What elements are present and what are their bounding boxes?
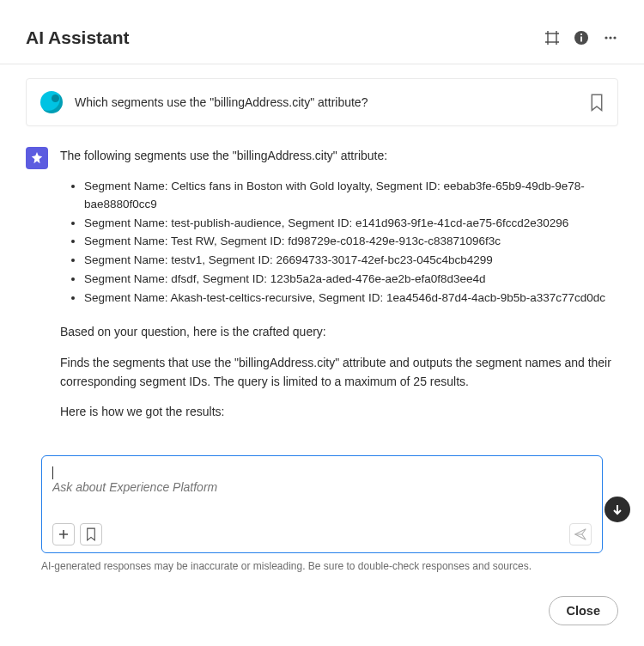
panel-header: AI Assistant xyxy=(0,0,644,64)
list-item: Segment Name: testv1, Segment ID: 266947… xyxy=(84,252,618,270)
bookmark-icon[interactable] xyxy=(590,94,604,111)
crafted-query-desc: Finds the segments that use the "billing… xyxy=(60,354,618,391)
ai-intro-text: The following segments use the "billingA… xyxy=(60,147,618,166)
page-title: AI Assistant xyxy=(26,27,130,48)
conversation-area: Which segments use the "billingAddress.c… xyxy=(0,64,644,425)
svg-point-5 xyxy=(609,36,611,39)
ai-assistant-panel: AI Assistant Which segments use the "bil… xyxy=(0,0,644,646)
list-item: Segment Name: Akash-test-celtics-recursi… xyxy=(84,289,618,308)
disclaimer-text: AI-generated responses may be inaccurate… xyxy=(41,560,603,572)
list-item: Segment Name: Test RW, Segment ID: fd987… xyxy=(84,233,618,251)
ai-message: The following segments use the "billingA… xyxy=(26,147,618,425)
list-item: Segment Name: dfsdf, Segment ID: 123b5a2… xyxy=(84,271,618,289)
compose-area: AI-generated responses may be inaccurate… xyxy=(41,455,603,572)
segments-list: Segment Name: Celtics fans in Boston wit… xyxy=(84,178,618,308)
svg-point-3 xyxy=(580,34,582,35)
close-button[interactable]: Close xyxy=(549,596,619,625)
list-item: Segment Name: Celtics fans in Boston wit… xyxy=(84,178,618,214)
chat-input[interactable] xyxy=(52,480,592,515)
svg-point-4 xyxy=(605,36,607,39)
add-button[interactable] xyxy=(52,523,75,545)
ai-avatar xyxy=(26,147,48,169)
ai-message-body: The following segments use the "billingA… xyxy=(60,147,618,425)
resize-icon[interactable] xyxy=(544,30,560,46)
list-item: Segment Name: test-publish-audience, Seg… xyxy=(84,215,618,233)
scroll-down-button[interactable] xyxy=(605,497,630,522)
svg-point-6 xyxy=(613,36,616,39)
user-message: Which segments use the "billingAddress.c… xyxy=(26,78,618,126)
crafted-query-lead: Based on your question, here is the craf… xyxy=(60,323,618,342)
user-message-text: Which segments use the "billingAddress.c… xyxy=(75,95,578,109)
header-actions xyxy=(544,30,618,46)
how-lead: Here is how we got the results: xyxy=(60,403,618,422)
bookmark-button[interactable] xyxy=(80,523,102,545)
user-avatar xyxy=(40,91,63,113)
compose-toolbar xyxy=(52,523,592,545)
panel-footer: Close xyxy=(549,596,619,625)
more-icon[interactable] xyxy=(603,30,618,46)
send-button[interactable] xyxy=(569,523,592,545)
info-icon[interactable] xyxy=(574,30,589,46)
compose-box[interactable] xyxy=(41,455,603,553)
svg-rect-0 xyxy=(548,34,556,42)
svg-rect-2 xyxy=(580,37,582,42)
